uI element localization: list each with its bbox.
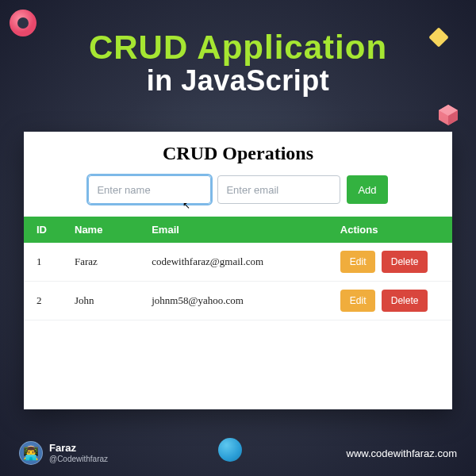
cell-email: codewithfaraz@gmail.com: [144, 243, 332, 282]
author-handle: @Codewithfaraz: [49, 455, 108, 463]
col-id: ID: [24, 217, 67, 243]
col-actions: Actions: [332, 217, 452, 243]
cell-name: John: [67, 282, 144, 321]
headline-line1: CRUD Application: [0, 30, 476, 65]
headline: CRUD Application in JavaScript: [0, 0, 476, 97]
cell-actions: Edit Delete: [332, 282, 452, 321]
author-name: Faraz: [49, 443, 108, 454]
author-text: Faraz @Codewithfaraz: [49, 443, 108, 463]
headline-line2: in JavaScript: [0, 65, 476, 97]
decoration-cube-pink-icon: [436, 103, 460, 127]
author-block: 👨‍💻 Faraz @Codewithfaraz: [19, 441, 108, 465]
app-card: CRUD Operations Add ID Name Email Action…: [24, 132, 452, 409]
edit-button[interactable]: Edit: [340, 290, 376, 312]
decoration-donut-icon: [6, 6, 40, 40]
form-row: Add: [24, 175, 452, 204]
table-row: 1 Faraz codewithfaraz@gmail.com Edit Del…: [24, 243, 452, 282]
data-table: ID Name Email Actions 1 Faraz codewithfa…: [24, 217, 452, 321]
cell-email: johnm58@yahoo.com: [144, 282, 332, 321]
app-title: CRUD Operations: [24, 143, 452, 164]
delete-button[interactable]: Delete: [382, 251, 428, 273]
add-button[interactable]: Add: [347, 175, 387, 204]
edit-button[interactable]: Edit: [340, 251, 376, 273]
delete-button[interactable]: Delete: [382, 290, 428, 312]
name-input[interactable]: [88, 175, 211, 204]
table-header-row: ID Name Email Actions: [24, 217, 452, 243]
cell-name: Faraz: [67, 243, 144, 282]
footer: 👨‍💻 Faraz @Codewithfaraz www.codewithfar…: [0, 441, 476, 465]
table-row: 2 John johnm58@yahoo.com Edit Delete: [24, 282, 452, 321]
cell-actions: Edit Delete: [332, 243, 452, 282]
email-input[interactable]: [217, 175, 340, 204]
cell-id: 1: [24, 243, 67, 282]
svg-point-1: [17, 17, 29, 29]
cell-id: 2: [24, 282, 67, 321]
avatar: 👨‍💻: [19, 441, 43, 465]
col-name: Name: [67, 217, 144, 243]
col-email: Email: [144, 217, 332, 243]
site-url: www.codewithfaraz.com: [347, 447, 457, 459]
